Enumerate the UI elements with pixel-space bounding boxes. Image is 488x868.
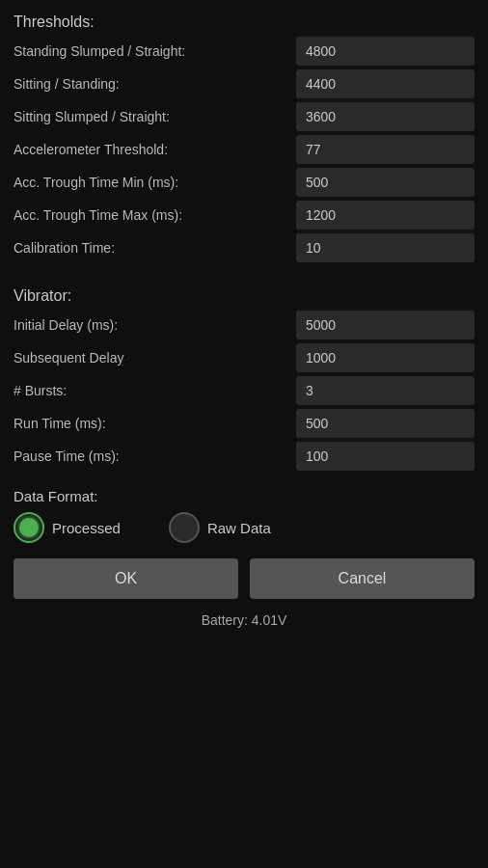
threshold-input-6[interactable] xyxy=(296,233,474,262)
threshold-input-3[interactable] xyxy=(296,135,474,164)
vibrator-input-4[interactable] xyxy=(296,442,474,471)
vibrator-label-2: # Bursts: xyxy=(14,383,296,398)
vibrator-row: Initial Delay (ms): xyxy=(14,311,474,339)
threshold-input-0[interactable] xyxy=(296,37,474,66)
radio-group: Processed Raw Data xyxy=(14,512,474,543)
vibrator-row: # Bursts: xyxy=(14,376,474,405)
vibrator-input-0[interactable] xyxy=(296,311,474,339)
vibrator-section: Vibrator: Initial Delay (ms): Subsequent… xyxy=(14,287,474,475)
data-format-section: Data Format: Processed Raw Data xyxy=(14,488,474,553)
threshold-label-1: Sitting / Standing: xyxy=(14,76,296,92)
vibrator-title: Vibrator: xyxy=(14,287,474,305)
vibrator-input-1[interactable] xyxy=(296,343,474,372)
threshold-label-6: Calibration Time: xyxy=(14,240,296,256)
vibrator-label-0: Initial Delay (ms): xyxy=(14,317,296,333)
ok-button[interactable]: OK xyxy=(14,558,238,599)
threshold-input-5[interactable] xyxy=(296,201,474,230)
raw-data-radio[interactable] xyxy=(169,512,200,543)
thresholds-title: Thresholds: xyxy=(14,14,474,31)
vibrator-row: Subsequent Delay xyxy=(14,343,474,372)
data-format-title: Data Format: xyxy=(14,488,474,504)
processed-option[interactable]: Processed xyxy=(14,512,121,543)
threshold-row: Sitting / Standing: xyxy=(14,69,474,98)
threshold-label-2: Sitting Slumped / Straight: xyxy=(14,109,296,124)
button-row: OK Cancel xyxy=(14,558,474,599)
vibrator-row: Run Time (ms): xyxy=(14,409,474,438)
threshold-input-4[interactable] xyxy=(296,168,474,197)
threshold-row: Standing Slumped / Straight: xyxy=(14,37,474,66)
processed-label: Processed xyxy=(52,520,121,536)
raw-data-option[interactable]: Raw Data xyxy=(169,512,271,543)
threshold-label-0: Standing Slumped / Straight: xyxy=(14,43,296,59)
threshold-label-3: Accelerometer Threshold: xyxy=(14,142,296,157)
raw-data-label: Raw Data xyxy=(207,520,271,536)
vibrator-label-3: Run Time (ms): xyxy=(14,416,296,431)
threshold-label-4: Acc. Trough Time Min (ms): xyxy=(14,175,296,190)
threshold-row: Acc. Trough Time Min (ms): xyxy=(14,168,474,197)
threshold-input-2[interactable] xyxy=(296,102,474,131)
threshold-row: Accelerometer Threshold: xyxy=(14,135,474,164)
vibrator-input-2[interactable] xyxy=(296,376,474,405)
cancel-button[interactable]: Cancel xyxy=(250,558,474,599)
vibrator-label-1: Subsequent Delay xyxy=(14,350,296,366)
threshold-row: Calibration Time: xyxy=(14,233,474,262)
battery-status: Battery: 4.01V xyxy=(14,612,474,628)
threshold-label-5: Acc. Trough Time Max (ms): xyxy=(14,207,296,223)
thresholds-section: Thresholds: Standing Slumped / Straight:… xyxy=(14,14,474,266)
threshold-input-1[interactable] xyxy=(296,69,474,98)
vibrator-rows: Initial Delay (ms): Subsequent Delay # B… xyxy=(14,311,474,471)
vibrator-label-4: Pause Time (ms): xyxy=(14,448,296,464)
threshold-rows: Standing Slumped / Straight: Sitting / S… xyxy=(14,37,474,262)
threshold-row: Acc. Trough Time Max (ms): xyxy=(14,201,474,230)
processed-radio[interactable] xyxy=(14,512,44,543)
threshold-row: Sitting Slumped / Straight: xyxy=(14,102,474,131)
vibrator-input-3[interactable] xyxy=(296,409,474,438)
vibrator-row: Pause Time (ms): xyxy=(14,442,474,471)
main-container: Thresholds: Standing Slumped / Straight:… xyxy=(0,0,488,868)
